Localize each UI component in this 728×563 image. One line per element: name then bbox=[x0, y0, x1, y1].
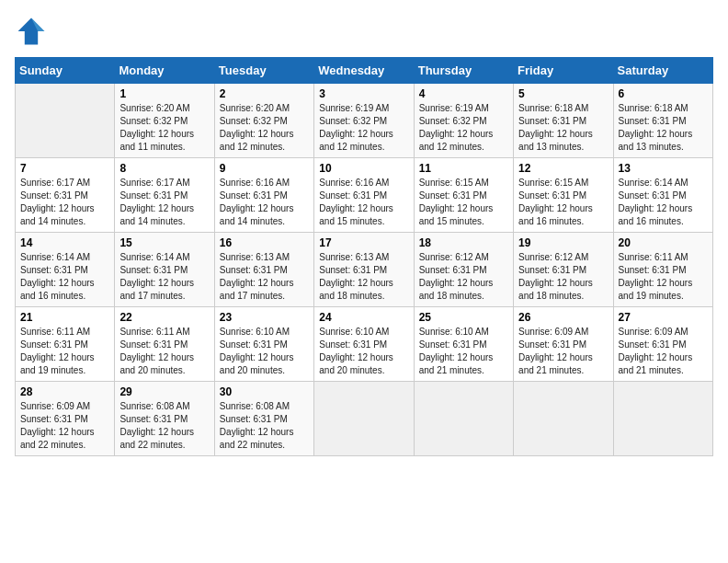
day-info: Sunrise: 6:11 AM Sunset: 6:31 PM Dayligh… bbox=[619, 252, 693, 301]
day-number: 21 bbox=[20, 311, 109, 324]
calendar-cell: 16 Sunrise: 6:13 AM Sunset: 6:31 PM Dayl… bbox=[214, 233, 313, 307]
calendar-cell bbox=[16, 84, 115, 158]
day-info: Sunrise: 6:17 AM Sunset: 6:31 PM Dayligh… bbox=[119, 178, 194, 226]
calendar-header: SundayMondayTuesdayWednesdayThursdayFrid… bbox=[16, 58, 713, 84]
day-number: 28 bbox=[20, 385, 109, 398]
day-number: 23 bbox=[220, 311, 309, 324]
day-number: 9 bbox=[220, 162, 309, 175]
day-info: Sunrise: 6:11 AM Sunset: 6:31 PM Dayligh… bbox=[20, 327, 95, 375]
calendar-cell: 9 Sunrise: 6:16 AM Sunset: 6:31 PM Dayli… bbox=[214, 158, 313, 233]
day-info: Sunrise: 6:20 AM Sunset: 6:32 PM Dayligh… bbox=[220, 103, 294, 152]
day-number: 13 bbox=[619, 162, 708, 175]
header-day-wednesday: Wednesday bbox=[314, 58, 414, 84]
day-number: 18 bbox=[419, 236, 508, 249]
calendar-cell: 8 Sunrise: 6:17 AM Sunset: 6:31 PM Dayli… bbox=[115, 158, 214, 233]
day-number: 7 bbox=[20, 162, 109, 175]
calendar-cell: 23 Sunrise: 6:10 AM Sunset: 6:31 PM Dayl… bbox=[214, 307, 313, 382]
calendar-cell: 1 Sunrise: 6:20 AM Sunset: 6:32 PM Dayli… bbox=[115, 84, 214, 158]
day-number: 11 bbox=[419, 162, 508, 175]
calendar-week-1: 7 Sunrise: 6:17 AM Sunset: 6:31 PM Dayli… bbox=[16, 158, 713, 233]
day-number: 24 bbox=[319, 311, 408, 324]
day-number: 15 bbox=[119, 236, 209, 249]
calendar-cell: 2 Sunrise: 6:20 AM Sunset: 6:32 PM Dayli… bbox=[214, 84, 313, 158]
calendar-cell: 7 Sunrise: 6:17 AM Sunset: 6:31 PM Dayli… bbox=[16, 158, 115, 233]
calendar-cell: 22 Sunrise: 6:11 AM Sunset: 6:31 PM Dayl… bbox=[115, 307, 214, 382]
day-number: 5 bbox=[518, 87, 608, 100]
calendar-cell: 24 Sunrise: 6:10 AM Sunset: 6:31 PM Dayl… bbox=[314, 307, 414, 382]
day-info: Sunrise: 6:19 AM Sunset: 6:32 PM Dayligh… bbox=[319, 103, 393, 152]
calendar-cell: 11 Sunrise: 6:15 AM Sunset: 6:31 PM Dayl… bbox=[414, 158, 513, 233]
calendar-cell: 21 Sunrise: 6:11 AM Sunset: 6:31 PM Dayl… bbox=[16, 307, 115, 382]
calendar-cell bbox=[514, 382, 613, 456]
day-info: Sunrise: 6:09 AM Sunset: 6:31 PM Dayligh… bbox=[518, 327, 593, 375]
calendar-table: SundayMondayTuesdayWednesdayThursdayFrid… bbox=[15, 57, 713, 456]
calendar-cell bbox=[414, 382, 513, 456]
calendar-cell: 18 Sunrise: 6:12 AM Sunset: 6:31 PM Dayl… bbox=[414, 233, 513, 307]
header-day-saturday: Saturday bbox=[613, 58, 712, 84]
calendar-cell: 30 Sunrise: 6:08 AM Sunset: 6:31 PM Dayl… bbox=[214, 382, 313, 456]
header-day-sunday: Sunday bbox=[16, 58, 115, 84]
calendar-cell: 29 Sunrise: 6:08 AM Sunset: 6:31 PM Dayl… bbox=[115, 382, 214, 456]
day-info: Sunrise: 6:14 AM Sunset: 6:31 PM Dayligh… bbox=[20, 252, 95, 301]
day-info: Sunrise: 6:15 AM Sunset: 6:31 PM Dayligh… bbox=[419, 178, 494, 226]
day-info: Sunrise: 6:08 AM Sunset: 6:31 PM Dayligh… bbox=[119, 401, 194, 450]
day-number: 25 bbox=[419, 311, 508, 324]
day-number: 2 bbox=[220, 87, 309, 100]
day-info: Sunrise: 6:10 AM Sunset: 6:31 PM Dayligh… bbox=[319, 327, 393, 375]
calendar-cell: 4 Sunrise: 6:19 AM Sunset: 6:32 PM Dayli… bbox=[414, 84, 513, 158]
day-number: 1 bbox=[119, 87, 209, 100]
header-day-tuesday: Tuesday bbox=[214, 58, 313, 84]
calendar-week-0: 1 Sunrise: 6:20 AM Sunset: 6:32 PM Dayli… bbox=[16, 84, 713, 158]
day-number: 17 bbox=[319, 236, 408, 249]
day-info: Sunrise: 6:16 AM Sunset: 6:31 PM Dayligh… bbox=[319, 178, 393, 226]
calendar-cell: 6 Sunrise: 6:18 AM Sunset: 6:31 PM Dayli… bbox=[613, 84, 712, 158]
day-info: Sunrise: 6:13 AM Sunset: 6:31 PM Dayligh… bbox=[220, 252, 294, 301]
logo bbox=[15, 15, 51, 48]
day-number: 22 bbox=[119, 311, 209, 324]
calendar-week-3: 21 Sunrise: 6:11 AM Sunset: 6:31 PM Dayl… bbox=[16, 307, 713, 382]
day-info: Sunrise: 6:09 AM Sunset: 6:31 PM Dayligh… bbox=[619, 327, 693, 375]
day-number: 14 bbox=[20, 236, 109, 249]
header-day-friday: Friday bbox=[514, 58, 613, 84]
calendar-cell: 15 Sunrise: 6:14 AM Sunset: 6:31 PM Dayl… bbox=[115, 233, 214, 307]
day-info: Sunrise: 6:17 AM Sunset: 6:31 PM Dayligh… bbox=[20, 178, 95, 226]
day-info: Sunrise: 6:10 AM Sunset: 6:31 PM Dayligh… bbox=[419, 327, 494, 375]
day-number: 3 bbox=[319, 87, 408, 100]
day-info: Sunrise: 6:08 AM Sunset: 6:31 PM Dayligh… bbox=[220, 401, 294, 450]
day-number: 30 bbox=[220, 385, 309, 398]
day-info: Sunrise: 6:19 AM Sunset: 6:32 PM Dayligh… bbox=[419, 103, 494, 152]
calendar-cell: 5 Sunrise: 6:18 AM Sunset: 6:31 PM Dayli… bbox=[514, 84, 613, 158]
calendar-cell: 25 Sunrise: 6:10 AM Sunset: 6:31 PM Dayl… bbox=[414, 307, 513, 382]
day-number: 8 bbox=[119, 162, 209, 175]
calendar-cell: 26 Sunrise: 6:09 AM Sunset: 6:31 PM Dayl… bbox=[514, 307, 613, 382]
calendar-cell: 28 Sunrise: 6:09 AM Sunset: 6:31 PM Dayl… bbox=[16, 382, 115, 456]
header-day-thursday: Thursday bbox=[414, 58, 513, 84]
day-number: 20 bbox=[619, 236, 708, 249]
day-info: Sunrise: 6:15 AM Sunset: 6:31 PM Dayligh… bbox=[518, 178, 593, 226]
day-info: Sunrise: 6:18 AM Sunset: 6:31 PM Dayligh… bbox=[619, 103, 693, 152]
calendar-cell bbox=[314, 382, 414, 456]
day-info: Sunrise: 6:14 AM Sunset: 6:31 PM Dayligh… bbox=[119, 252, 194, 301]
day-number: 6 bbox=[619, 87, 708, 100]
calendar-cell: 12 Sunrise: 6:15 AM Sunset: 6:31 PM Dayl… bbox=[514, 158, 613, 233]
day-info: Sunrise: 6:09 AM Sunset: 6:31 PM Dayligh… bbox=[20, 401, 95, 450]
day-info: Sunrise: 6:14 AM Sunset: 6:31 PM Dayligh… bbox=[619, 178, 693, 226]
day-number: 26 bbox=[518, 311, 608, 324]
calendar-week-2: 14 Sunrise: 6:14 AM Sunset: 6:31 PM Dayl… bbox=[16, 233, 713, 307]
header bbox=[15, 15, 713, 48]
calendar-cell: 3 Sunrise: 6:19 AM Sunset: 6:32 PM Dayli… bbox=[314, 84, 414, 158]
day-info: Sunrise: 6:16 AM Sunset: 6:31 PM Dayligh… bbox=[220, 178, 294, 226]
day-info: Sunrise: 6:10 AM Sunset: 6:31 PM Dayligh… bbox=[220, 327, 294, 375]
day-info: Sunrise: 6:13 AM Sunset: 6:31 PM Dayligh… bbox=[319, 252, 393, 301]
day-number: 10 bbox=[319, 162, 408, 175]
day-info: Sunrise: 6:12 AM Sunset: 6:31 PM Dayligh… bbox=[419, 252, 494, 301]
day-number: 19 bbox=[518, 236, 608, 249]
calendar-cell: 20 Sunrise: 6:11 AM Sunset: 6:31 PM Dayl… bbox=[613, 233, 712, 307]
day-number: 4 bbox=[419, 87, 508, 100]
day-number: 12 bbox=[518, 162, 608, 175]
day-number: 29 bbox=[119, 385, 209, 398]
calendar-cell bbox=[613, 382, 712, 456]
header-day-monday: Monday bbox=[115, 58, 214, 84]
day-info: Sunrise: 6:20 AM Sunset: 6:32 PM Dayligh… bbox=[119, 103, 194, 152]
logo-icon bbox=[15, 15, 48, 48]
